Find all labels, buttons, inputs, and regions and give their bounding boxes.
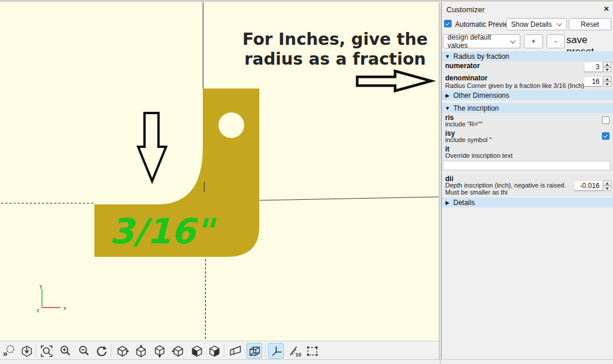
numerator-value[interactable]: 3 — [584, 62, 603, 72]
denominator-spinbox: 16 — [584, 76, 611, 87]
isy-description: include symbol " — [445, 136, 492, 143]
section-other-dimensions[interactable]: ▶ Other Dimensions — [442, 90, 613, 100]
spin-down-button[interactable] — [603, 186, 611, 191]
isy-checkbox[interactable] — [602, 132, 610, 140]
section-title: Radius by fraction — [453, 52, 509, 61]
view-left-icon[interactable] — [170, 343, 186, 359]
preset-value: design default values — [448, 33, 512, 50]
preset-dropdown[interactable]: design default values — [443, 34, 520, 48]
view-boundary-icon[interactable] — [304, 343, 320, 359]
triangle-down-icon — [605, 69, 609, 71]
section-title: The inscription — [453, 104, 499, 112]
dii-description-line1: Depth inscription (inch), negative is ra… — [445, 182, 566, 189]
isy-row: isy include symbol " — [442, 129, 613, 144]
toolbar-separator — [224, 344, 224, 357]
axes-label-y: y — [40, 283, 43, 289]
expand-triangle-icon: ▶ — [442, 200, 453, 206]
override-inscription-input[interactable] — [443, 161, 610, 170]
it-row: it Override inscription text — [442, 144, 613, 172]
dii-value[interactable]: -0.016 — [574, 181, 603, 191]
customizer-panel: Customizer × Automatic Preview Show Deta… — [442, 2, 613, 359]
status-bar-divider — [440, 360, 441, 364]
automatic-preview-label: Automatic Preview — [455, 20, 513, 29]
toolbar-separator — [265, 344, 266, 357]
automatic-preview-checkbox[interactable] — [444, 20, 452, 27]
section-details[interactable]: ▶ Details — [442, 197, 613, 207]
section-title: Details — [453, 199, 475, 207]
section-radius-by-fraction[interactable]: ▼ Radius by fraction — [442, 51, 613, 61]
perspective-icon[interactable] — [227, 343, 243, 359]
denominator-value[interactable]: 16 — [584, 76, 603, 87]
axes-label-z: z — [37, 308, 40, 313]
view-bottom-icon[interactable] — [152, 343, 167, 359]
denominator-row: denominator Radius Corner given by a fra… — [442, 73, 613, 90]
dii-row: dii Depth inscription (inch), negative i… — [442, 174, 613, 196]
show-axes-icon[interactable] — [268, 343, 284, 359]
orthogonal-icon[interactable] — [246, 343, 262, 359]
zoom-out-icon[interactable] — [76, 343, 91, 359]
svg-text:»: » — [3, 349, 8, 358]
panel-title: Customizer — [446, 5, 485, 14]
close-icon[interactable]: × — [604, 3, 609, 14]
section-title: Other Dimensions — [453, 91, 509, 100]
zoom-in-icon[interactable] — [57, 343, 73, 359]
spin-up-button[interactable] — [603, 181, 611, 186]
view-all-icon[interactable] — [19, 343, 34, 359]
view-top-icon[interactable] — [133, 343, 149, 359]
add-preset-label: + — [531, 37, 536, 45]
remove-preset-label: - — [555, 37, 557, 45]
toolbar-overflow-icon[interactable]: » — [1, 343, 17, 359]
section-the-inscription[interactable]: ▼ The inscription — [442, 103, 613, 113]
numerator-spinbox: 3 — [584, 62, 611, 72]
ris-row: ris include "R="" — [442, 113, 613, 129]
denominator-description: Radius Corner given by a fraction like 3… — [445, 82, 584, 89]
ris-checkbox[interactable] — [602, 116, 610, 124]
expand-triangle-icon: ▶ — [442, 93, 453, 98]
triangle-down-icon — [605, 188, 609, 190]
spin-up-button[interactable] — [603, 76, 611, 82]
annotation-text-line2: radius as a fraction — [244, 50, 426, 69]
dii-spinbox: -0.016 — [574, 181, 611, 191]
toolbar-separator — [36, 344, 36, 357]
reset-view-icon[interactable] — [93, 343, 109, 359]
check-icon — [603, 133, 608, 138]
check-icon — [445, 21, 450, 26]
spin-up-button[interactable] — [603, 62, 611, 67]
denominator-label: denominator — [445, 74, 488, 82]
part-inscription-label: 3/16" — [110, 211, 217, 252]
svg-text:10: 10 — [295, 352, 301, 358]
it-description: Override inscription text — [445, 152, 513, 159]
details-mode-value: Show Details — [511, 20, 552, 29]
details-mode-dropdown[interactable]: Show Details — [506, 18, 567, 30]
spin-down-button[interactable] — [603, 67, 611, 72]
numerator-label: numerator — [445, 62, 480, 70]
triangle-up-icon — [605, 182, 609, 185]
triangle-up-icon — [605, 78, 609, 80]
add-preset-button[interactable]: + — [524, 34, 543, 48]
toolbar-separator — [111, 344, 111, 357]
numerator-row: numerator 3 — [442, 61, 613, 73]
chevron-down-icon — [556, 20, 562, 26]
annotation-text-line1: For Inches, give the — [242, 30, 428, 49]
remove-preset-button[interactable]: - — [547, 34, 565, 48]
collapse-triangle-icon: ▼ — [442, 105, 453, 111]
reset-button[interactable]: Reset — [569, 18, 611, 30]
status-bar — [0, 359, 613, 364]
view-front-icon[interactable] — [189, 343, 205, 359]
reset-button-label: Reset — [581, 20, 599, 29]
view-toolbar: » — [0, 341, 439, 360]
collapse-triangle-icon: ▼ — [442, 54, 453, 59]
show-scale-markers-icon[interactable]: 10 — [287, 343, 302, 359]
triangle-up-icon — [605, 63, 609, 66]
spin-down-button[interactable] — [603, 82, 611, 87]
axes-label-x: x — [64, 305, 66, 311]
ris-description: include "R="" — [445, 121, 482, 128]
zoom-to-fit-icon[interactable] — [38, 343, 54, 359]
triangle-down-icon — [605, 83, 609, 86]
view-right-icon[interactable] — [114, 343, 130, 359]
3d-viewport[interactable]: 3/16" For Inches, give the radius as a f… — [0, 2, 439, 341]
view-back-icon[interactable] — [206, 343, 222, 359]
viewport-canvas: 3/16" For Inches, give the radius as a f… — [0, 2, 439, 341]
dii-description-line2: Must be smaller as thi — [445, 189, 508, 196]
